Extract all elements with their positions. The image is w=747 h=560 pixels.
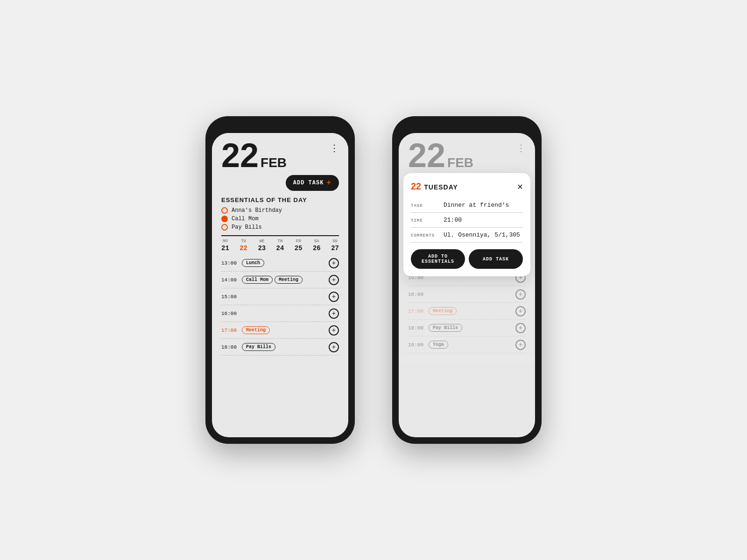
week-day-tu-name: TU — [241, 239, 246, 244]
week-day-sa-num: 26 — [313, 245, 321, 252]
day-number-2: 22 — [408, 139, 445, 172]
time-1500: 15:00 — [221, 294, 242, 300]
modal-label-task: TASK — [411, 203, 439, 208]
modal-value-time: 21:00 — [444, 217, 462, 224]
modal-label-comments: COMMENTS — [411, 233, 439, 238]
tags-2-1900: Yoga — [429, 341, 515, 349]
time-slots-1: 13:00 Lunch + 14:00 Call Mom Meeting + — [221, 255, 339, 356]
time-row-1700: 17:00 Meeting + — [221, 322, 339, 339]
add-icon-1500[interactable]: + — [329, 292, 339, 302]
essential-anna-label: Anna's Birthday — [232, 207, 282, 214]
page-wrapper: 22 FEB ⋮ ADD TASK + ESSENTIALS OF THE DA… — [0, 79, 747, 481]
add-icon-2-1900: + — [515, 340, 526, 350]
tags-1400: Call Mom Meeting — [242, 276, 329, 284]
time-2-1600: 16:00 — [408, 292, 429, 297]
modal-field-task: TASK Dinner at friend's — [411, 198, 523, 213]
date-section-1: 22 FEB — [221, 139, 287, 172]
phone-1: 22 FEB ⋮ ADD TASK + ESSENTIALS OF THE DA… — [205, 116, 355, 444]
add-task-plus-1: + — [326, 179, 331, 187]
time-row-1600: 16:00 + — [221, 305, 339, 322]
tags-1700: Meeting — [242, 326, 329, 334]
time-1800: 18:00 — [221, 344, 242, 350]
week-day-mo-name: MO — [223, 239, 228, 244]
week-day-th[interactable]: TH 24 — [276, 239, 284, 252]
circle-anna — [221, 207, 228, 214]
add-task-modal-button[interactable]: ADD TASK — [469, 249, 523, 269]
week-day-we[interactable]: WE 23 — [258, 239, 266, 252]
essentials-section: ESSENTIALS OF THE DAY Anna's Birthday Ca… — [221, 196, 339, 231]
essential-call[interactable]: Call Mom — [221, 216, 339, 222]
task-detail-modal[interactable]: 22 TUESDAY ✕ TASK Dinner at friend's TIM… — [403, 173, 530, 276]
tags-1300: Lunch — [242, 259, 329, 267]
essential-bills-label: Pay Bills — [232, 224, 262, 231]
tags-2-1700: Meeting — [429, 307, 515, 315]
add-icon-2-1800: + — [515, 323, 526, 333]
week-day-sa[interactable]: SA 26 — [313, 239, 321, 252]
add-icon-1800[interactable]: + — [329, 342, 339, 352]
modal-date: 22 TUESDAY — [411, 181, 458, 192]
week-day-we-name: WE — [259, 239, 264, 244]
notch-2 — [444, 123, 490, 133]
time-2-1800: 18:00 — [408, 325, 429, 331]
essential-bills[interactable]: Pay Bills — [221, 224, 339, 231]
essential-call-label: Call Mom — [232, 216, 259, 222]
circle-bills — [221, 224, 228, 231]
time-row-1400: 14:00 Call Mom Meeting + — [221, 272, 339, 288]
tag-callmom[interactable]: Call Mom — [242, 276, 273, 284]
tag-lunch[interactable]: Lunch — [242, 259, 264, 267]
month-label-1: FEB — [261, 155, 287, 170]
week-strip-1: MO 21 TU 22 WE 23 TH 24 — [221, 235, 339, 252]
week-day-su[interactable]: SU 27 — [331, 239, 339, 252]
modal-day: 22 — [411, 181, 421, 192]
week-day-fr-name: FR — [296, 239, 301, 244]
tag-meeting-1400[interactable]: Meeting — [275, 276, 303, 284]
modal-field-time: TIME 21:00 — [411, 213, 523, 228]
tag-2-yoga: Yoga — [429, 341, 448, 349]
week-day-su-num: 27 — [331, 245, 339, 252]
tag-2-paybills: Pay Bills — [429, 324, 462, 332]
modal-value-task: Dinner at friend's — [444, 202, 509, 209]
week-day-fr-num: 25 — [295, 245, 303, 252]
notch-1 — [257, 123, 303, 133]
phone-2-inner: 22 FEB ⋮ ADD TASK + 14:00 — [399, 133, 535, 437]
more-icon-2: ⋮ — [516, 142, 526, 154]
modal-label-time: TIME — [411, 218, 439, 223]
week-day-th-name: TH — [278, 239, 283, 244]
time-row-2-1700: 17:00 Meeting + — [408, 303, 526, 320]
week-day-tu[interactable]: TU 22 — [240, 239, 247, 252]
week-day-tu-num: 22 — [240, 245, 247, 252]
add-task-button-1[interactable]: ADD TASK + — [286, 175, 339, 191]
add-task-label-1: ADD TASK — [293, 180, 324, 186]
time-1400: 14:00 — [221, 277, 242, 283]
header-2: 22 FEB ⋮ — [408, 139, 526, 172]
week-day-mo[interactable]: MO 21 — [221, 239, 229, 252]
time-1700: 17:00 — [221, 328, 242, 333]
day-number-1: 22 — [221, 139, 259, 172]
add-icon-1300[interactable]: + — [329, 258, 339, 268]
close-icon[interactable]: ✕ — [517, 181, 523, 192]
tag-paybills[interactable]: Pay Bills — [242, 343, 275, 351]
header-1: 22 FEB ⋮ — [221, 139, 339, 172]
date-section-2: 22 FEB — [408, 139, 473, 172]
time-row-1800: 18:00 Pay Bills + — [221, 339, 339, 356]
time-row-1300: 13:00 Lunch + — [221, 255, 339, 272]
essential-anna[interactable]: Anna's Birthday — [221, 207, 339, 214]
add-icon-1600[interactable]: + — [329, 308, 339, 319]
phone-2: 22 FEB ⋮ ADD TASK + 14:00 — [392, 116, 542, 444]
tags-1800: Pay Bills — [242, 343, 329, 351]
time-1600: 16:00 — [221, 311, 242, 316]
modal-field-comments: COMMENTS Ul. Osenniya, 5/1,305 — [411, 228, 523, 243]
tag-meeting-1700[interactable]: Meeting — [242, 326, 270, 334]
add-icon-1400[interactable]: + — [329, 275, 339, 285]
essentials-title: ESSENTIALS OF THE DAY — [221, 196, 339, 203]
week-day-fr[interactable]: FR 25 — [295, 239, 303, 252]
modal-header: 22 TUESDAY ✕ — [411, 181, 523, 192]
add-to-essentials-button[interactable]: ADD TO ESSENTIALS — [411, 249, 465, 269]
add-task-row-1: ADD TASK + — [221, 175, 339, 196]
week-day-we-num: 23 — [258, 245, 266, 252]
week-day-sa-name: SA — [314, 239, 319, 244]
more-icon-1[interactable]: ⋮ — [330, 142, 339, 154]
modal-value-comments: Ul. Osenniya, 5/1,305 — [444, 231, 520, 238]
add-icon-2-1600: + — [515, 289, 526, 300]
add-icon-1700[interactable]: + — [329, 325, 339, 336]
